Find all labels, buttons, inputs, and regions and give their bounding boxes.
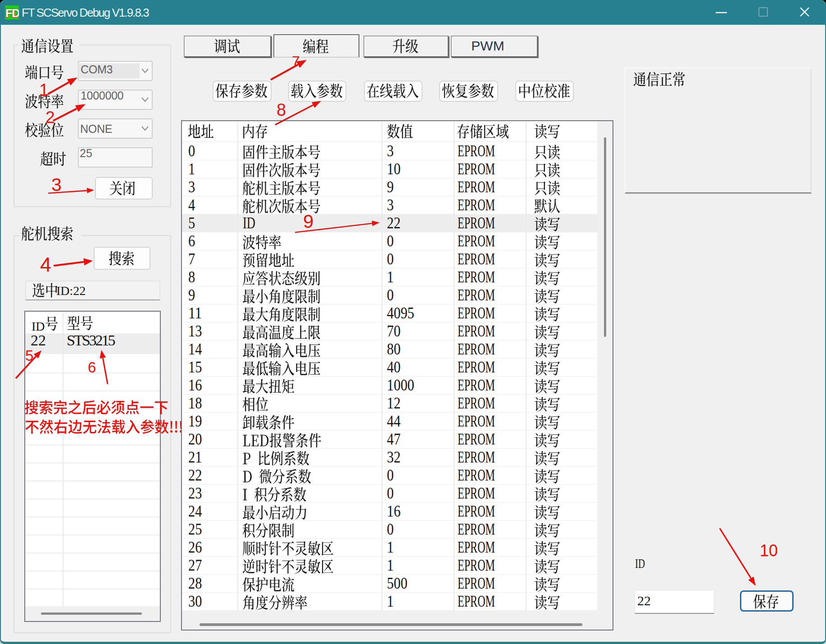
svg-text:EPROM: EPROM xyxy=(458,466,495,484)
svg-text:EPROM: EPROM xyxy=(458,160,495,178)
svg-text:25: 25 xyxy=(80,147,92,159)
svg-text:0: 0 xyxy=(387,466,394,484)
svg-text:EPROM: EPROM xyxy=(458,592,495,610)
svg-text:6: 6 xyxy=(188,232,195,250)
svg-text:47: 47 xyxy=(387,430,400,448)
svg-text:0: 0 xyxy=(387,250,394,268)
svg-text:32: 32 xyxy=(387,448,400,466)
svg-text:11: 11 xyxy=(188,304,202,322)
svg-text:0: 0 xyxy=(387,520,394,538)
svg-text:5: 5 xyxy=(188,214,195,232)
svg-text:EPROM: EPROM xyxy=(458,502,495,520)
svg-text:13: 13 xyxy=(188,322,202,340)
svg-text:44: 44 xyxy=(387,412,400,430)
svg-text:3: 3 xyxy=(188,178,195,196)
svg-text:4: 4 xyxy=(40,253,51,276)
svg-text:EPROM: EPROM xyxy=(458,268,495,286)
svg-text:8: 8 xyxy=(188,268,195,286)
svg-text:FT SCServo Debug V1.9.8.3: FT SCServo Debug V1.9.8.3 xyxy=(22,6,149,19)
svg-text:16: 16 xyxy=(387,502,400,520)
svg-text:23: 23 xyxy=(188,484,202,502)
svg-text:1: 1 xyxy=(39,81,49,100)
svg-text:1: 1 xyxy=(387,556,394,574)
svg-text:EPROM: EPROM xyxy=(458,520,495,538)
svg-text:EPROM: EPROM xyxy=(458,232,495,250)
svg-text:NONE: NONE xyxy=(80,122,112,135)
svg-text:18: 18 xyxy=(188,394,202,412)
svg-text:9: 9 xyxy=(387,178,394,196)
svg-text:4: 4 xyxy=(188,196,195,214)
svg-text:EPROM: EPROM xyxy=(458,376,495,394)
svg-text:70: 70 xyxy=(387,322,400,340)
svg-text:21: 21 xyxy=(188,448,202,466)
svg-text:EPROM: EPROM xyxy=(458,430,495,448)
svg-text:ID:22: ID:22 xyxy=(56,284,86,298)
svg-text:3: 3 xyxy=(387,196,394,214)
svg-text:6: 6 xyxy=(88,359,96,376)
svg-text:40: 40 xyxy=(387,358,400,376)
svg-text:ID: ID xyxy=(32,319,45,333)
svg-text:EPROM: EPROM xyxy=(458,214,495,232)
svg-text:9: 9 xyxy=(303,211,313,232)
svg-text:24: 24 xyxy=(188,502,202,520)
svg-text:COM3: COM3 xyxy=(81,63,113,76)
svg-text:3: 3 xyxy=(387,142,394,160)
svg-text:19: 19 xyxy=(188,412,202,430)
svg-text:EPROM: EPROM xyxy=(458,412,495,430)
svg-text:1: 1 xyxy=(387,538,394,556)
svg-text:10: 10 xyxy=(387,160,400,178)
svg-text:EPROM: EPROM xyxy=(458,574,495,592)
svg-text:30: 30 xyxy=(188,592,202,610)
svg-text:26: 26 xyxy=(188,538,202,556)
svg-text:22: 22 xyxy=(387,214,400,232)
svg-text:0: 0 xyxy=(387,286,394,304)
svg-text:4095: 4095 xyxy=(387,304,414,322)
svg-text:STS3215: STS3215 xyxy=(67,332,115,349)
svg-text:0: 0 xyxy=(188,142,195,160)
svg-text:20: 20 xyxy=(188,430,202,448)
svg-text:EPROM: EPROM xyxy=(458,142,495,160)
svg-text:1: 1 xyxy=(387,268,394,286)
svg-text:EPROM: EPROM xyxy=(458,556,495,574)
svg-text:1000: 1000 xyxy=(387,376,414,394)
svg-text:10: 10 xyxy=(760,541,778,560)
svg-text:ID: ID xyxy=(635,556,645,571)
svg-text:EPROM: EPROM xyxy=(458,196,495,214)
svg-text:EPROM: EPROM xyxy=(458,286,495,304)
svg-text:500: 500 xyxy=(387,574,408,592)
svg-text:ID: ID xyxy=(243,214,255,232)
svg-text:25: 25 xyxy=(188,520,202,538)
svg-text:27: 27 xyxy=(188,556,202,574)
svg-text:22: 22 xyxy=(637,593,651,608)
svg-text:14: 14 xyxy=(188,340,202,358)
svg-text:EPROM: EPROM xyxy=(458,484,495,502)
svg-text:22: 22 xyxy=(188,466,202,484)
svg-text:EPROM: EPROM xyxy=(458,250,495,268)
svg-text:1: 1 xyxy=(387,592,394,610)
svg-text:8: 8 xyxy=(277,100,286,119)
svg-text:EPROM: EPROM xyxy=(458,358,495,376)
svg-text:16: 16 xyxy=(188,376,202,394)
svg-text:15: 15 xyxy=(188,358,202,376)
svg-text:0: 0 xyxy=(387,484,394,502)
svg-text:9: 9 xyxy=(188,286,195,304)
svg-text:0: 0 xyxy=(387,232,394,250)
svg-text:EPROM: EPROM xyxy=(458,322,495,340)
svg-text:1000000: 1000000 xyxy=(81,89,123,102)
svg-text:PWM: PWM xyxy=(471,38,504,53)
svg-text:80: 80 xyxy=(387,340,400,358)
svg-text:EPROM: EPROM xyxy=(458,340,495,358)
svg-text:EPROM: EPROM xyxy=(458,304,495,322)
svg-text:1: 1 xyxy=(188,160,195,178)
svg-text:7: 7 xyxy=(188,250,195,268)
svg-text:EPROM: EPROM xyxy=(458,394,495,412)
svg-text:22: 22 xyxy=(31,332,46,349)
svg-text:EPROM: EPROM xyxy=(458,178,495,196)
svg-text:12: 12 xyxy=(387,394,400,412)
svg-text:EPROM: EPROM xyxy=(458,538,495,556)
svg-text:EPROM: EPROM xyxy=(458,448,495,466)
svg-text:2: 2 xyxy=(45,108,55,127)
svg-text:28: 28 xyxy=(188,574,202,592)
